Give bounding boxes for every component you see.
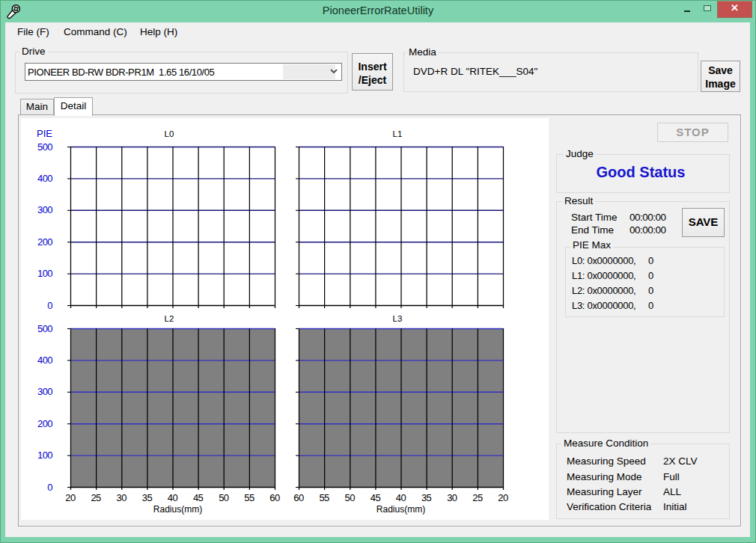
svg-text:Radius(mm): Radius(mm) <box>377 504 425 515</box>
svg-text:20: 20 <box>498 492 508 503</box>
svg-text:500: 500 <box>37 141 52 153</box>
svg-text:60: 60 <box>293 492 304 503</box>
svg-text:20: 20 <box>65 492 76 503</box>
svg-text:45: 45 <box>371 492 381 503</box>
svg-text:L1: L1 <box>393 129 403 138</box>
svg-text:400: 400 <box>37 355 52 366</box>
svg-text:400: 400 <box>37 173 52 184</box>
svg-text:40: 40 <box>168 492 178 503</box>
svg-text:55: 55 <box>319 492 329 503</box>
svg-text:200: 200 <box>37 236 52 248</box>
svg-text:L2: L2 <box>165 314 174 323</box>
svg-text:50: 50 <box>219 492 229 503</box>
svg-text:100: 100 <box>37 268 52 279</box>
svg-text:200: 200 <box>37 418 52 429</box>
svg-text:35: 35 <box>421 492 432 503</box>
svg-text:L3: L3 <box>393 314 403 323</box>
svg-text:L0: L0 <box>165 129 174 138</box>
svg-text:55: 55 <box>244 492 254 503</box>
svg-text:60: 60 <box>269 492 280 503</box>
svg-text:30: 30 <box>447 492 457 503</box>
svg-text:25: 25 <box>91 492 101 503</box>
svg-text:25: 25 <box>472 492 483 503</box>
svg-text:0: 0 <box>47 482 52 493</box>
svg-text:300: 300 <box>37 386 52 397</box>
svg-text:45: 45 <box>193 492 204 503</box>
svg-text:100: 100 <box>37 450 52 461</box>
svg-text:300: 300 <box>37 204 52 215</box>
svg-text:Radius(mm): Radius(mm) <box>153 504 202 515</box>
svg-text:30: 30 <box>117 492 127 503</box>
svg-text:PIE: PIE <box>37 128 52 139</box>
svg-text:0: 0 <box>47 300 52 311</box>
svg-text:40: 40 <box>396 492 406 503</box>
svg-text:35: 35 <box>142 492 153 503</box>
svg-text:50: 50 <box>345 492 356 503</box>
svg-text:500: 500 <box>37 323 52 334</box>
